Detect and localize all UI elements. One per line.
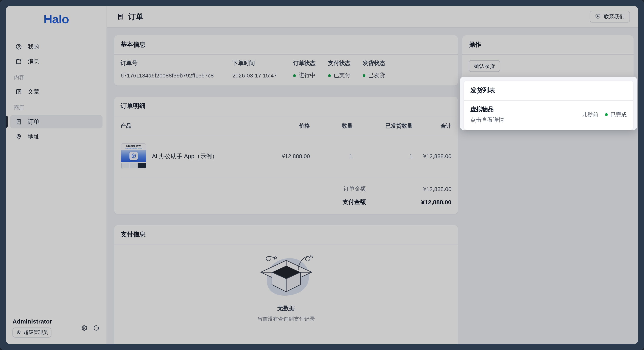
status-dot	[605, 113, 608, 116]
app-window: Halo 我的 消息 内容 文章 商店 订单	[6, 6, 638, 344]
tour-spotlight: 发货列表 虚拟物品 点击查看详情 几秒前	[460, 77, 637, 130]
shipment-list-title: 发货列表	[464, 81, 633, 101]
shipment-status: 已完成	[605, 111, 627, 118]
shipment-time: 几秒前	[582, 111, 598, 118]
shipment-name: 虚拟物品	[470, 106, 504, 113]
shipment-hint: 点击查看详情	[470, 116, 504, 124]
shipment-item[interactable]: 虚拟物品 点击查看详情 几秒前 已完成	[464, 101, 633, 130]
shipment-list-card: 发货列表 虚拟物品 点击查看详情 几秒前	[464, 81, 633, 130]
window-frame: Halo 我的 消息 内容 文章 商店 订单	[0, 0, 644, 350]
tour-dim-overlay[interactable]	[6, 6, 638, 344]
shipment-meta: 几秒前 已完成	[582, 111, 627, 118]
shipment-item-info: 虚拟物品 点击查看详情	[470, 106, 504, 124]
